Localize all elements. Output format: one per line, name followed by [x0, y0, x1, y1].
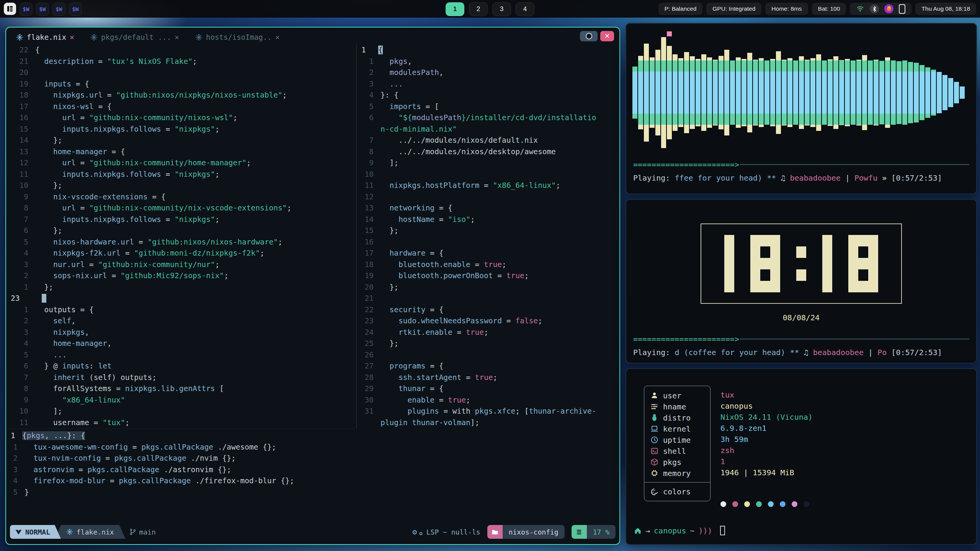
digit-cell: [868, 258, 878, 269]
color-dot-1: [732, 501, 738, 507]
nix-snowflake-icon: [195, 34, 203, 41]
token: thunar: [399, 384, 425, 393]
text-token: |: [864, 348, 877, 357]
line-number: 1: [357, 44, 378, 56]
digit-cell: [770, 269, 780, 281]
cava-bar: [736, 72, 741, 114]
token: [381, 328, 399, 337]
pane-flake-nix[interactable]: 22{21 description = "tux's NixOS Flake";…: [6, 44, 355, 428]
token: inputs.nixpkgs.follows: [62, 170, 161, 179]
layout-icon[interactable]: [4, 3, 16, 15]
token: [381, 384, 399, 393]
tab-pkgs-default-[interactable]: pkgs/default ...×: [90, 33, 179, 42]
text-token: d (coffee for your head) **: [675, 348, 804, 357]
cava-column: [701, 28, 706, 157]
cava-column: [673, 28, 678, 157]
workspace-button-4[interactable]: $W: [69, 3, 82, 16]
tab-close-icon[interactable]: ×: [175, 33, 179, 42]
phone-icon[interactable]: [899, 4, 905, 14]
pane-pkgs-default[interactable]: 1{pkgs, ...}: {1 tux-awesome-wm-config =…: [6, 429, 355, 498]
tag-4[interactable]: 4: [516, 2, 534, 16]
gear-icon: ⚙: [412, 527, 417, 536]
token: [381, 316, 399, 325]
line-number: 11: [6, 417, 35, 429]
code-text: modulesPath,: [381, 67, 443, 78]
token: };: [381, 226, 399, 235]
token: thunar-archive-: [529, 407, 596, 416]
workspace-button-3[interactable]: $W: [52, 3, 65, 16]
tab-close-icon[interactable]: ×: [275, 33, 280, 42]
cava-column: [948, 28, 953, 157]
cava-bar: [805, 72, 810, 114]
clock-date: 08/08/24: [626, 313, 976, 322]
token: outputs = {: [35, 305, 94, 314]
line-number: 11: [6, 169, 35, 180]
tab-close-icon[interactable]: ×: [70, 33, 74, 42]
code-line: 4 nixpkgs-f2k.url = "github:moni-dz/nixp…: [6, 248, 355, 259]
code-text: url = "github:nix-community/nix-vscode-e…: [35, 202, 291, 214]
token: "github:Mic92/sops-nix": [121, 271, 224, 280]
line-number: 26: [357, 349, 381, 361]
line-number: 10: [6, 406, 35, 417]
bar-clock[interactable]: Thu Aug 08, 18:18: [915, 3, 976, 15]
now-playing: Playing: d (coffee for your head) ** ♫ b…: [633, 347, 969, 358]
digit-cell: [796, 246, 806, 258]
fetch-label: uptime: [663, 435, 691, 445]
tag-1[interactable]: 1: [446, 2, 464, 16]
code-line: 15 inputs.nixpkgs.follows = "nixpkgs";: [6, 124, 355, 135]
cava-bar: [914, 72, 919, 114]
fetch-values: tuxcanopusNixOS 24.11 (Vicuna)6.9.8-zen1…: [720, 390, 813, 478]
terminal-cursor[interactable]: [720, 526, 725, 535]
token: ;: [247, 158, 251, 167]
workspace-button-1[interactable]: $W: [20, 3, 33, 16]
token: "github:nix-community/home-manager": [89, 158, 247, 167]
cava-bar: [713, 72, 718, 114]
line-number: 19: [6, 78, 35, 90]
tab-hosts-isoImag-[interactable]: hosts/isoImag..×: [195, 33, 280, 42]
bluetooth-icon[interactable]: [870, 4, 879, 13]
shell-prompt[interactable]: →canopus~))): [634, 526, 725, 535]
token: =: [502, 316, 515, 325]
token: self: [53, 316, 71, 325]
nix-snowflake-icon: [90, 34, 98, 41]
palette-icon: [650, 488, 658, 496]
tag-2[interactable]: 2: [469, 2, 488, 16]
fetch-window: userhnamedistrokerneluptimeshellpkgsmemo…: [626, 368, 977, 545]
cava-column: [793, 28, 798, 157]
cava-bar: [793, 72, 798, 114]
cava-bar: [644, 72, 649, 114]
code-line: 3 astronvim = pkgs.callPackage ./astronv…: [6, 464, 355, 476]
fetch-label: distro: [663, 413, 691, 422]
token: networking: [389, 204, 434, 212]
code-line: 4 firefox-mod-blur = pkgs.callPackage ./…: [6, 475, 355, 487]
fetch-label: colors: [663, 487, 691, 496]
token: = {: [71, 80, 89, 88]
token: {: [378, 46, 383, 54]
code-text: outputs = {: [35, 304, 94, 316]
token: =: [85, 260, 98, 269]
cava-column: [632, 28, 637, 157]
eye-icon: [586, 33, 592, 39]
code-text: pkgs,: [381, 56, 412, 67]
tag-3[interactable]: 3: [492, 2, 511, 16]
code-line: 20: [6, 67, 355, 78]
cava-column: [782, 28, 787, 157]
project-segment: nixos-config: [487, 525, 565, 539]
wifi-icon[interactable]: [856, 5, 864, 13]
digit-cell: [822, 235, 832, 246]
cava-bar: [673, 72, 678, 114]
close-button[interactable]: ✕: [600, 31, 614, 41]
cava-column: [891, 28, 896, 157]
workspace-button-2[interactable]: $W: [36, 3, 49, 16]
color-dot-4: [768, 501, 774, 507]
fetch-row-hname: hname: [644, 401, 710, 412]
tab-flake-nix[interactable]: flake.nix×: [16, 33, 74, 42]
token: =: [76, 204, 89, 212]
toggle-button[interactable]: [580, 31, 598, 41]
code-line: 29 thunar = {: [357, 383, 620, 395]
digit-cell: [724, 281, 734, 292]
cava-column: [925, 28, 930, 157]
pane-iso-image[interactable]: 1{1 pkgs,2 modulesPath,3 ...4}: {5 impor…: [356, 44, 620, 428]
flame-icon[interactable]: [884, 4, 893, 13]
code-line: 17 hardware = {: [357, 248, 620, 259]
